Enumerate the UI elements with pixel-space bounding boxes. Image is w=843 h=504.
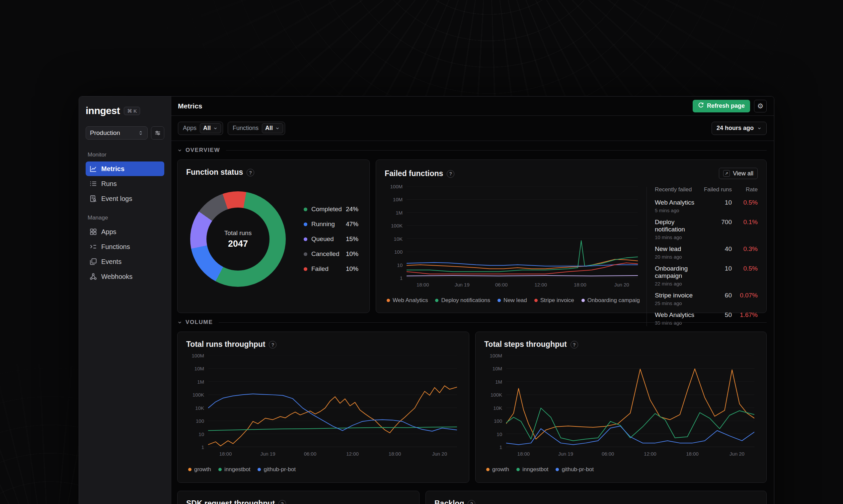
legend-item-github-pr-bot[interactable]: github-pr-bot — [258, 466, 295, 473]
failed-function-name: Deploy notification — [655, 218, 696, 233]
apps-filter-label: Apps — [183, 125, 196, 132]
dashboard-content: OVERVIEW Function status ? Total runs 20… — [171, 141, 774, 504]
y-axis-tick: 100 — [186, 418, 204, 424]
functions-filter-value: All — [265, 125, 273, 132]
table-header-row: Recently failedFailed runsRate — [655, 186, 758, 193]
y-axis-tick: 1M — [484, 379, 502, 384]
y-axis-tick: 100M — [385, 184, 402, 189]
view-all-button[interactable]: ↗ View all — [719, 168, 758, 179]
settings-button[interactable]: ⚙ — [754, 100, 767, 112]
total-steps-throughput-legend: growthinngestbotgithub-pr-bot — [486, 466, 756, 473]
sidebar-item-apps[interactable]: Apps — [86, 224, 164, 239]
legend-item-growth[interactable]: growth — [486, 466, 509, 473]
legend-color-dot — [435, 299, 438, 302]
function-status-legend: Completed24%Running47%Queued15%Cancelled… — [304, 205, 361, 273]
y-axis-tick: 1 — [385, 275, 402, 281]
sidebar-item-runs[interactable]: Runs — [86, 176, 164, 191]
help-icon[interactable]: ? — [570, 341, 578, 348]
refresh-page-button[interactable]: Refresh page — [693, 100, 750, 112]
legend-percentage: 15% — [346, 235, 358, 243]
failed-rate: 0.5% — [732, 199, 758, 206]
environment-select[interactable]: Production — [86, 126, 148, 140]
failed-function-row[interactable]: Web Analytics35 mins ago501.67% — [655, 311, 758, 326]
total-steps-throughput-chart: 100M10M1M100K10K10010118:00Jun 1906:0012… — [484, 353, 758, 462]
help-icon[interactable]: ? — [269, 341, 276, 348]
legend-color-dot — [555, 468, 559, 471]
legend-label: github-pr-bot — [263, 466, 295, 473]
time-range-select[interactable]: 24 hours ago — [711, 122, 767, 135]
failed-function-name: Web Analytics — [655, 311, 696, 319]
apps-filter[interactable]: Apps All — [178, 122, 223, 135]
section-divider — [226, 150, 767, 150]
table-header: Rate — [732, 186, 758, 193]
table-header: Recently failed — [655, 186, 696, 193]
legend-color-dot — [386, 299, 390, 302]
legend-label: Web Analytics — [393, 297, 428, 304]
sidebar-item-event-logs[interactable]: Event logs — [86, 191, 164, 206]
y-axis-tick: 100K — [484, 392, 502, 398]
status-legend-item-cancelled: Cancelled10% — [304, 250, 358, 258]
y-axis-tick: 10 — [186, 431, 204, 437]
overview-section-header[interactable]: OVERVIEW — [177, 147, 767, 154]
help-icon[interactable]: ? — [246, 169, 254, 176]
failed-function-time: 35 mins ago — [655, 320, 696, 326]
help-icon[interactable]: ? — [278, 500, 286, 504]
legend-label: Cancelled — [311, 250, 340, 258]
y-axis-tick: 100K — [186, 392, 204, 398]
legend-item-inngestbot[interactable]: inngestbot — [516, 466, 548, 473]
function-status-card: Function status ? Total runs 2047 Comple… — [177, 160, 370, 313]
legend-color-dot — [188, 468, 191, 471]
failed-function-row[interactable]: New lead20 mins ago400.3% — [655, 245, 758, 259]
sidebar-item-functions[interactable]: Functions — [86, 239, 164, 254]
legend-item-inngestbot[interactable]: inngestbot — [218, 466, 250, 473]
legend-label: inngestbot — [522, 466, 548, 473]
sdk-request-throughput-card: SDK request throughput ? — [177, 491, 419, 504]
sidebar-item-metrics[interactable]: Metrics — [86, 161, 164, 176]
y-axis-tick: 100 — [385, 249, 402, 255]
x-axis-tick: Jun 19 — [260, 451, 275, 456]
legend-color-dot — [304, 267, 307, 271]
square-stack-icon — [90, 258, 97, 265]
filter-bar: Apps All Functions All — [171, 116, 774, 141]
help-icon[interactable]: ? — [447, 170, 454, 178]
function-status-donut: Total runs 2047 — [190, 191, 286, 287]
legend-color-dot — [534, 299, 538, 302]
sidebar-item-label: Events — [101, 258, 121, 266]
sidebar-item-events[interactable]: Events — [86, 254, 164, 269]
legend-item-onboarding-campaign[interactable]: Onboarding campaign — [582, 297, 640, 304]
y-axis-tick: 1M — [186, 379, 204, 384]
functions-filter[interactable]: Functions All — [228, 122, 285, 135]
sidebar-item-webhooks[interactable]: Webhooks — [86, 269, 164, 284]
y-axis-tick: 1M — [385, 210, 402, 215]
sidebar-item-label: Webhooks — [101, 273, 133, 281]
refresh-icon — [698, 102, 704, 110]
environment-name: Production — [90, 129, 135, 137]
legend-item-web-analytics[interactable]: Web Analytics — [386, 297, 428, 304]
y-axis-tick: 10M — [385, 197, 402, 202]
legend-label: Stripe invoice — [540, 297, 574, 304]
legend-label: github-pr-bot — [562, 466, 593, 473]
list-icon — [90, 180, 97, 187]
legend-item-deploy-notifications[interactable]: Deploy notifications — [435, 297, 490, 304]
legend-item-new-lead[interactable]: New lead — [498, 297, 527, 304]
legend-label: Deploy notifications — [441, 297, 490, 304]
failed-function-row[interactable]: Onboarding campaign22 mins ago100.5% — [655, 265, 758, 287]
legend-item-github-pr-bot[interactable]: github-pr-bot — [555, 466, 593, 473]
help-icon[interactable]: ? — [468, 500, 475, 504]
status-legend-item-running: Running47% — [304, 220, 358, 228]
failed-function-row[interactable]: Web Analytics5 mins ago100.5% — [655, 199, 758, 213]
legend-item-stripe-invoice[interactable]: Stripe invoice — [534, 297, 574, 304]
environment-filter-button[interactable] — [151, 126, 164, 140]
failed-rate: 0.1% — [732, 218, 758, 226]
command-k-shortcut[interactable]: ⌘ K — [124, 107, 140, 115]
failed-function-row[interactable]: Stripe invoice25 mins ago600.07% — [655, 292, 758, 306]
legend-item-growth[interactable]: growth — [188, 466, 211, 473]
failed-rate: 1.67% — [732, 311, 758, 319]
failed-function-name: Stripe invoice — [655, 292, 696, 299]
failed-function-row[interactable]: Deploy notification10 mins ago7000.1% — [655, 218, 758, 240]
time-range-value: 24 hours ago — [717, 125, 754, 132]
status-legend-item-completed: Completed24% — [304, 205, 358, 213]
x-axis-tick: 18:00 — [686, 451, 699, 456]
sidebar-item-label: Event logs — [101, 195, 132, 203]
refresh-page-label: Refresh page — [707, 103, 745, 109]
